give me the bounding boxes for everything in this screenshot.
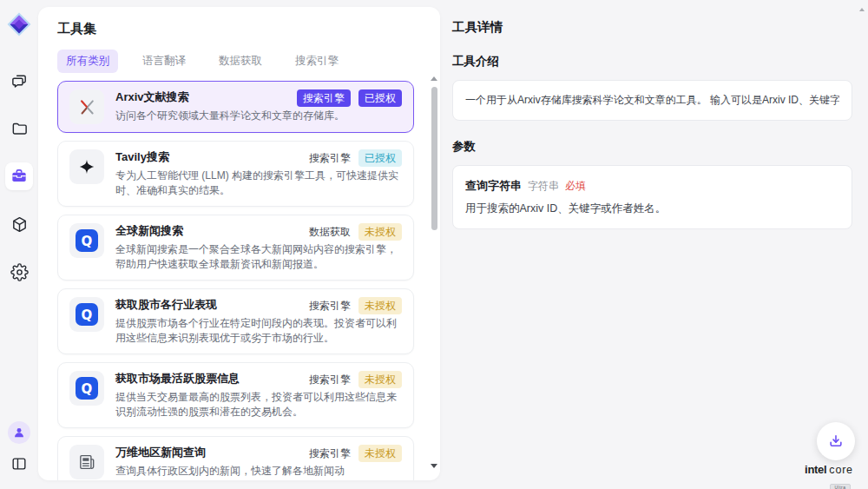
intel-core-logo: intelcore Ultra [803, 461, 855, 489]
tool-list-panel: 工具集 所有类别语言翻译数据获取搜索引擎 Arxiv文献搜索 搜索引擎 已授权 … [38, 7, 440, 480]
tool-card[interactable]: Tavily搜索 搜索引擎 已授权 专为人工智能代理 (LLM) 构建的搜索引擎… [57, 141, 414, 207]
tool-name: 获取股市各行业表现 [115, 297, 217, 313]
params-heading: 参数 [452, 139, 852, 155]
nav-settings-gear-icon[interactable] [5, 258, 33, 286]
detail-title: 工具详情 [452, 19, 852, 36]
tool-description: 访问各个研究领域大量科学论文和文章的存储库。 [115, 109, 402, 123]
download-button[interactable] [817, 422, 855, 460]
auth-status-badge: 未授权 [358, 223, 402, 241]
svg-text:Q: Q [82, 381, 93, 397]
auth-status-badge: 未授权 [358, 445, 402, 462]
tool-card[interactable]: Q 全球新闻搜索 数据获取 未授权 全球新闻搜索是一个聚合全球各大新闻网站内容的… [57, 215, 414, 281]
panel-toggle-icon[interactable] [8, 453, 30, 475]
left-rail [0, 0, 38, 489]
qblue-tool-icon: Q [69, 371, 104, 406]
category-tag: 搜索引擎 [309, 297, 351, 314]
category-tabs: 所有类别语言翻译数据获取搜索引擎 [57, 50, 421, 73]
tab-category-2[interactable]: 数据获取 [210, 50, 271, 73]
app-logo-gem-icon [6, 11, 32, 37]
param-desc: 用于搜索的Arxiv ID、关键字或作者姓名。 [465, 202, 839, 216]
svg-text:Q: Q [82, 307, 93, 323]
intro-heading: 工具介绍 [452, 54, 852, 69]
intro-text: 一个用于从Arxiv存储库搜索科学论文和文章的工具。 输入可以是Arxiv ID… [465, 93, 839, 108]
category-tag: 搜索引擎 [297, 89, 351, 107]
list-scrollbar-up-arrow[interactable] [431, 76, 437, 81]
tool-name: Tavily搜索 [115, 149, 169, 165]
auth-status-badge: 未授权 [358, 297, 402, 314]
tool-description: 提供当天交易量最高的股票列表，投资者可以利用这些信息来识别流动性强的股票和潜在的… [115, 390, 402, 420]
nav-cube-icon[interactable] [5, 210, 33, 238]
tool-name: 全球新闻搜索 [115, 223, 183, 239]
tool-description: 提供股票市场各个行业在特定时间段内的表现。投资者可以利用这些信息来识别表现优于或… [115, 316, 402, 346]
param-card: 查询字符串 字符串 必填 用于搜索的Arxiv ID、关键字或作者姓名。 [452, 165, 852, 229]
tool-card[interactable]: Arxiv文献搜索 搜索引擎 已授权 访问各个研究领域大量科学论文和文章的存储库… [57, 81, 414, 133]
param-type: 字符串 [528, 179, 559, 194]
tool-description: 查询具体行政区划内的新闻，快速了解各地新闻动 [115, 464, 402, 479]
tab-category-1[interactable]: 语言翻译 [134, 50, 194, 73]
param-name: 查询字符串 [465, 178, 522, 194]
tab-category-0[interactable]: 所有类别 [57, 50, 118, 73]
auth-status-badge: 已授权 [358, 89, 402, 107]
window-scrollbar-up-arrow[interactable] [859, 8, 865, 11]
category-tag: 搜索引擎 [309, 149, 351, 167]
category-tag: 数据获取 [309, 223, 351, 241]
tool-name: Arxiv文献搜索 [115, 89, 189, 105]
auth-status-badge: 已授权 [358, 149, 402, 167]
news-tool-icon [69, 445, 104, 479]
qblue-tool-icon: Q [69, 297, 104, 332]
category-tag: 搜索引擎 [309, 445, 351, 462]
tab-category-3[interactable]: 搜索引擎 [286, 50, 347, 73]
tool-name: 万维地区新闻查询 [115, 445, 206, 460]
page-title: 工具集 [38, 7, 440, 37]
tool-cards-container: Arxiv文献搜索 搜索引擎 已授权 访问各个研究领域大量科学论文和文章的存储库… [57, 81, 414, 480]
brand-intel-text: intel [805, 463, 826, 476]
arxiv-tool-icon [69, 89, 104, 124]
download-icon [827, 433, 845, 450]
param-required-badge: 必填 [565, 179, 586, 194]
tool-card[interactable]: 万维地区新闻查询 搜索引擎 未授权 查询具体行政区划内的新闻，快速了解各地新闻动 [57, 436, 414, 480]
nav-toolbox-icon-active[interactable] [5, 162, 33, 190]
brand-ultra-badge: Ultra [830, 484, 850, 489]
list-scrollbar-down-arrow[interactable] [431, 464, 437, 468]
list-scrollbar-thumb[interactable] [431, 87, 437, 230]
user-avatar[interactable] [8, 421, 30, 444]
qblue-tool-icon: Q [69, 223, 104, 258]
app-window: 工具集 所有类别语言翻译数据获取搜索引擎 Arxiv文献搜索 搜索引擎 已授权 … [0, 0, 868, 489]
brand-core-text: core [829, 464, 853, 476]
svg-text:Q: Q [82, 234, 93, 249]
tool-detail-panel: 工具详情 工具介绍 一个用于从Arxiv存储库搜索科学论文和文章的工具。 输入可… [440, 0, 868, 489]
tool-name: 获取市场最活跃股票信息 [115, 371, 240, 387]
tool-card[interactable]: Q 获取股市各行业表现 搜索引擎 未授权 提供股票市场各个行业在特定时间段内的表… [57, 288, 414, 354]
tool-card[interactable]: Q 获取市场最活跃股票信息 搜索引擎 未授权 提供当天交易量最高的股票列表，投资… [57, 362, 414, 428]
auth-status-badge: 未授权 [358, 371, 402, 388]
category-tag: 搜索引擎 [309, 371, 351, 388]
nav-folder-icon[interactable] [5, 115, 33, 142]
nav-chat-icon[interactable] [5, 67, 33, 95]
tool-description: 全球新闻搜索是一个聚合全球各大新闻网站内容的搜索引擎，帮助用户快速获取全球最新资… [115, 242, 402, 272]
tool-description: 专为人工智能代理 (LLM) 构建的搜索引擎工具，可快速提供实时、准确和真实的结… [115, 169, 402, 198]
tavily-tool-icon [69, 149, 104, 184]
